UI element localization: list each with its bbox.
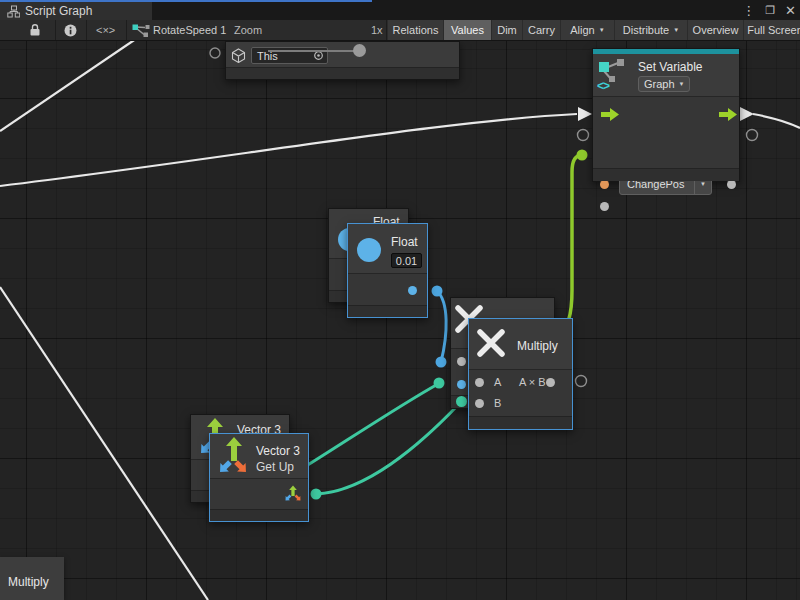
node-footer	[348, 305, 427, 317]
node-subtitle: Get Up	[256, 460, 294, 474]
gameobject-cube-icon	[231, 48, 246, 63]
vector3-downright-arrow-icon	[234, 460, 248, 474]
window-menu-button[interactable]: ⋮	[742, 3, 755, 18]
window-controls: ⋮ ❐ ✕	[742, 0, 796, 20]
node-title: Float	[391, 235, 418, 249]
node-float[interactable]: Float 0.01	[347, 223, 428, 318]
vector3-output-icon[interactable]	[282, 483, 304, 505]
node-title: Multiply	[517, 339, 558, 353]
float-value-field[interactable]: 0.01	[391, 253, 422, 268]
node-title: Multiply	[8, 575, 49, 589]
node-body: A A × B B	[469, 369, 572, 419]
tab-label: Script Graph	[25, 4, 92, 18]
port-a-input[interactable]	[457, 357, 466, 366]
port-a-input[interactable]	[475, 378, 484, 387]
vector3-downleft-arrow-icon	[218, 460, 232, 474]
zoom-slider-handle[interactable]	[353, 44, 366, 57]
control-input-arrow[interactable]	[601, 108, 619, 121]
zoom-value: 1x	[371, 24, 383, 36]
node-footer	[469, 416, 572, 429]
toolbar-button-fullscreen[interactable]: Full Screen	[744, 20, 800, 40]
tab-script-graph[interactable]: Script Graph	[0, 2, 152, 20]
lock-button[interactable]	[29, 23, 41, 37]
variable-scope-dropdown[interactable]: Graph ▼	[638, 76, 690, 92]
unity-script-graph-window: This <> Set Variable Graph ▼	[0, 0, 800, 600]
port-result-output[interactable]	[546, 378, 555, 387]
node-vector3-get-up[interactable]: Vector 3 Get Up	[209, 433, 309, 522]
graph-breadcrumb[interactable]: RotateSpeed 1	[153, 24, 226, 36]
node-footer	[226, 67, 459, 79]
tab-strip: Script Graph ⋮ ❐ ✕	[0, 0, 800, 20]
float-value: 0.01	[396, 255, 417, 267]
control-output-arrow[interactable]	[719, 108, 737, 121]
port-b-label: B	[494, 397, 501, 409]
chevron-down-icon: ▼	[599, 27, 605, 33]
toolbar-button-dim[interactable]: Dim	[492, 20, 522, 40]
graph-breadcrumb-icon	[132, 24, 150, 37]
node-body	[210, 478, 308, 512]
window-maximize-button[interactable]: ❐	[765, 4, 775, 17]
port-value-input[interactable]	[600, 180, 609, 189]
toolbar-button-relations[interactable]: Relations	[388, 20, 443, 40]
port-b-input[interactable]	[475, 399, 484, 408]
scope-value: Graph	[644, 78, 675, 90]
node-body: ChangePos ▼	[593, 96, 739, 172]
node-title: Set Variable	[638, 60, 702, 74]
node-footer	[593, 168, 739, 181]
multiply-x-icon	[477, 329, 505, 357]
info-button[interactable]	[64, 24, 77, 37]
port-value-output[interactable]	[727, 180, 736, 189]
window-close-button[interactable]: ✕	[785, 3, 796, 18]
port-b-input[interactable]	[457, 380, 466, 389]
node-footer	[210, 509, 308, 521]
script-graph-icon	[7, 5, 20, 18]
toolbar-button-carry[interactable]: Carry	[523, 20, 560, 40]
toolbar-button-values[interactable]: Values	[444, 20, 491, 40]
float-icon	[357, 238, 381, 262]
set-variable-code-icon: <>	[597, 79, 609, 93]
wire-end-ball-teal[interactable]	[456, 396, 467, 407]
port-float-output[interactable]	[408, 286, 417, 295]
port-a-label: A	[494, 376, 501, 388]
node-accent-bar	[593, 49, 739, 54]
node-body	[348, 273, 427, 308]
node-title: Vector 3	[256, 444, 300, 458]
graph-toolbar: <×> RotateSpeed 1 Zoom 1x Relations Valu…	[0, 20, 800, 41]
vector3-up-arrow-icon	[226, 437, 242, 461]
toolbar-button-overview[interactable]: Overview	[688, 20, 743, 40]
code-preview-button[interactable]: <×>	[96, 24, 115, 36]
zoom-slider-track[interactable]	[268, 50, 360, 52]
chevron-down-icon: ▼	[673, 27, 679, 33]
chevron-down-icon: ▼	[679, 81, 685, 87]
toolbar-button-align[interactable]: Align▼	[561, 20, 614, 40]
node-set-variable[interactable]: <> Set Variable Graph ▼ ChangePos ▼	[592, 48, 740, 182]
node-this[interactable]: This	[225, 41, 460, 80]
toolbar-button-distribute[interactable]: Distribute▼	[615, 20, 687, 40]
node-multiply[interactable]: Multiply A A × B B	[468, 318, 573, 430]
output-label: A × B	[519, 376, 546, 388]
node-multiply-partial[interactable]: Multiply	[0, 557, 64, 600]
port-fallback-input[interactable]	[600, 202, 609, 211]
zoom-label: Zoom	[234, 24, 262, 36]
